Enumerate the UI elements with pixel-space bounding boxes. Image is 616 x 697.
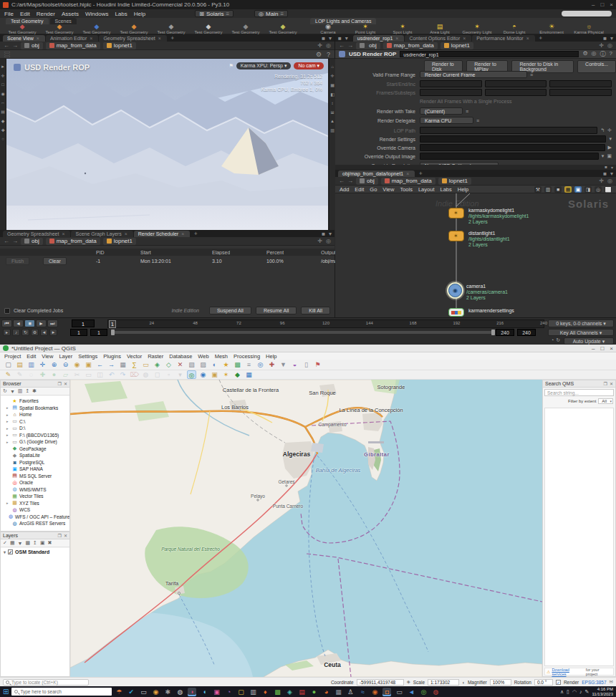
key-next-icon[interactable]: ► (49, 329, 57, 336)
menu-item[interactable]: Plugins (103, 353, 121, 360)
browser-tree-item[interactable]: ◆ GeoPackage (1, 446, 69, 453)
breadcrumb-map-from-data[interactable]: map_from_data (46, 238, 100, 245)
start-field[interactable] (420, 80, 482, 87)
layers-tool-icon[interactable]: ▩ (25, 540, 30, 546)
tray-icon[interactable]: ∧ (560, 689, 564, 695)
undock-icon[interactable]: ❐ (58, 533, 62, 538)
no-cam-button[interactable]: No cam ▾ (294, 62, 324, 69)
pane-menu-icon[interactable]: ■ (322, 35, 325, 42)
settings-icon[interactable]: ⚙ (31, 329, 39, 336)
toolbar-icon[interactable]: ≡ (244, 360, 254, 369)
magnify-icon[interactable]: ◎ (595, 186, 602, 193)
toolbar-icon[interactable]: ⌦ (130, 370, 139, 379)
viewport-tool-icon[interactable]: ⊞ (330, 110, 334, 115)
playback-range-slider[interactable] (112, 331, 494, 334)
chevron-down-icon[interactable]: ▾ (602, 153, 605, 159)
range-end-field[interactable]: 240 (496, 329, 514, 336)
shelf-tool[interactable]: ◆ Test Geometry (80, 24, 113, 34)
link-icon[interactable]: ◎ (607, 178, 612, 184)
frame-range-dropdown[interactable]: Render Current Frame (420, 71, 527, 78)
toolbar-icon[interactable]: ✚ (267, 360, 276, 369)
viewport-tool-icon[interactable]: ⌂ (331, 64, 334, 69)
taskbar-app-icon[interactable]: ▭ (395, 688, 403, 696)
range-slider-left-handle[interactable] (111, 330, 115, 335)
toolbar-icon[interactable]: ▩ (233, 360, 242, 369)
qms-filter-dropdown[interactable]: All (598, 398, 613, 404)
display-icon[interactable]: ■ (554, 186, 562, 193)
taskbar-app-icon[interactable]: ✔ (127, 688, 135, 696)
pane-menu-icon[interactable]: ■ (603, 35, 607, 42)
chevron-down-icon[interactable]: ▾ (609, 136, 612, 142)
taskbar-app-icon[interactable]: ◘ (382, 688, 391, 696)
viewport-tool-icon[interactable]: ✛ (330, 73, 334, 78)
inc-field[interactable] (549, 80, 612, 87)
pane-tab[interactable]: Performance Monitor× (472, 35, 534, 42)
breadcrumb-map-from-data[interactable]: map_from_data (46, 42, 100, 49)
end-field[interactable] (485, 80, 547, 87)
breadcrumb-obj[interactable]: obj (21, 238, 43, 245)
menu-icon[interactable]: ≡ (476, 118, 479, 123)
messages-icon[interactable]: ✉ (610, 679, 613, 685)
taskbar-app-icon[interactable]: ◗ (188, 688, 196, 696)
back-icon[interactable]: ← (4, 238, 9, 244)
pin-icon[interactable]: ✛ (599, 178, 604, 184)
toolbar-icon[interactable]: ▣ (84, 360, 93, 369)
menu-item[interactable]: Project (4, 353, 21, 360)
browser-tree-item[interactable]: ▤ MS SQL Server (1, 473, 69, 480)
menu-item[interactable]: View (42, 353, 53, 360)
forward-icon[interactable]: → (12, 42, 18, 49)
layers-tool-icon[interactable]: ↥ (33, 540, 37, 546)
close-icon[interactable]: ✕ (64, 533, 67, 538)
breadcrumb-lopnet[interactable]: lopnet1 (103, 42, 136, 49)
toolbar-icon[interactable]: ✚ (38, 370, 47, 379)
new-tab-button[interactable]: ＋ (536, 34, 546, 42)
go-to-start-button[interactable]: ⏮ (1, 319, 12, 327)
toolbar-icon[interactable]: ⊕ (49, 360, 59, 369)
realtime-toggle-icon[interactable]: ▸ (3, 329, 11, 336)
menu-item[interactable]: Assets (62, 11, 79, 17)
taskbar-app-icon[interactable]: ▥ (249, 688, 257, 696)
shelf-tool[interactable]: ◆ Test Geometry (117, 24, 150, 34)
shelf-tool[interactable]: ◆ Test Geometry (43, 24, 76, 34)
viewport-tool-icon[interactable]: ✚ (1, 128, 4, 133)
new-tab-button[interactable]: ＋ (415, 169, 425, 177)
toolbar-icon[interactable]: ∑ (130, 360, 139, 369)
menu-item[interactable]: Edit (20, 11, 30, 17)
browser-tool-icon[interactable]: ▥ (18, 388, 23, 394)
chevron-down-icon[interactable]: ▾ (610, 170, 613, 177)
toolbar-icon[interactable]: ◎ (187, 370, 196, 379)
network-menu-item[interactable]: Labs (440, 186, 451, 193)
node-icon[interactable] (448, 308, 464, 317)
breadcrumb-map-from-data[interactable]: map_from_data (381, 178, 435, 185)
toolbar-icon[interactable]: ▭ (141, 360, 150, 369)
tray-icon[interactable]: ▯ (567, 689, 569, 695)
toolbar-icon[interactable]: ▼ (279, 360, 288, 369)
close-icon[interactable]: × (406, 171, 409, 176)
taskbar-app-icon[interactable]: ▦ (334, 688, 342, 696)
breadcrumb-lopnet[interactable]: lopnet1 (103, 238, 136, 245)
quick-search-input[interactable] (562, 11, 612, 16)
network-menu-item[interactable]: Help (458, 186, 468, 193)
forward-icon[interactable]: → (347, 42, 353, 49)
render-settings-field[interactable] (420, 135, 606, 143)
node-icon[interactable] (448, 231, 464, 241)
playhead[interactable]: 1 (109, 320, 116, 328)
toolbar-icon[interactable]: ↶ (107, 370, 116, 379)
qms-results-list[interactable] (544, 408, 614, 666)
node-icon[interactable] (448, 208, 464, 218)
window-control-button[interactable]: × (610, 1, 613, 8)
play-button[interactable]: ► (36, 319, 47, 327)
breadcrumb-lopnet[interactable]: lopnet1 (438, 178, 471, 185)
close-icon[interactable]: × (181, 231, 184, 236)
lock-icon[interactable]: ◖ (462, 680, 465, 685)
toolbar-icon[interactable]: ▣ (210, 370, 219, 379)
taskbar-app-icon[interactable]: ◍ (431, 688, 440, 696)
close-icon[interactable]: × (125, 231, 127, 236)
node-name-field[interactable]: usdrender_rop1 (400, 51, 579, 57)
layers-tool-icon[interactable]: ✓ (3, 540, 7, 546)
range-start-field[interactable]: 1 (70, 329, 87, 336)
snapshot-icon[interactable]: ◨ (584, 186, 592, 193)
frames-field[interactable] (549, 89, 612, 96)
menu-item[interactable]: Processing (234, 353, 260, 360)
clear-button[interactable]: Clear (43, 257, 67, 265)
